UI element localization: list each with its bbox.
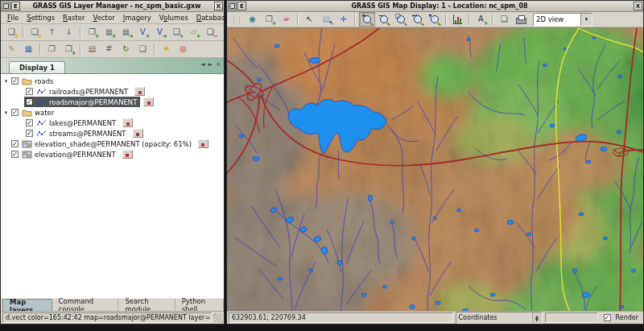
zoom-selection-icon[interactable]: □: [393, 12, 409, 27]
tree-row-content[interactable]: ✓streams@PERMANENT: [24, 128, 130, 139]
tab-python-shell[interactable]: Python shell: [175, 299, 224, 311]
map-canvas[interactable]: [227, 28, 643, 311]
map-display-titlebar[interactable]: E GRASS GIS Map Display: 1 - Location: n…: [227, 1, 643, 12]
layer-checkbox[interactable]: ✓: [26, 130, 33, 137]
render-checkbox[interactable]: ✓: [604, 314, 611, 321]
tree-row-content[interactable]: ✓lakes@PERMANENT: [24, 118, 119, 128]
add-group-icon[interactable]: ▱+: [186, 25, 202, 39]
tab-close-icon[interactable]: ×: [216, 61, 221, 68]
pointer-icon[interactable]: ↖: [302, 12, 318, 27]
menu-volumes[interactable]: Volumes: [155, 13, 192, 23]
add-command-layer-icon[interactable]: ❏+: [169, 25, 185, 39]
display-map-icon[interactable]: ◉: [245, 12, 261, 27]
layer-manager-titlebar[interactable]: E GRASS GIS Layer Manager - nc_spm_basic…: [1, 1, 224, 12]
layer-options-button[interactable]: [122, 118, 133, 127]
edit-vector-icon[interactable]: ✎: [4, 42, 20, 56]
tree-row-content[interactable]: ✓elevation@PERMANENT: [10, 149, 119, 159]
zoom-out-icon[interactable]: −: [376, 12, 392, 27]
attribute-table-icon[interactable]: ▦: [21, 42, 37, 56]
wm-menu-icon[interactable]: [228, 2, 237, 10]
render-toggle[interactable]: ✓ Render: [601, 314, 642, 321]
layer-checkbox[interactable]: ✓: [11, 77, 19, 85]
georectify-icon[interactable]: #: [101, 42, 118, 56]
spinner-icon[interactable]: ▲▼: [532, 312, 542, 323]
statusbar-mode-select[interactable]: Coordinates ▲▼: [456, 312, 543, 324]
add-map-elements-icon[interactable]: A+: [473, 12, 489, 27]
add-vector-misc-layer-icon[interactable]: V➜: [152, 25, 168, 39]
help-icon[interactable]: ◎: [175, 42, 192, 56]
add-raster-misc-layer-icon[interactable]: ▦➜: [118, 25, 134, 39]
load-workspace-icon[interactable]: ↑: [44, 25, 60, 39]
tab-scroll-left-icon[interactable]: ◄: [200, 61, 204, 68]
expander-icon[interactable]: ▾: [2, 110, 10, 116]
close-icon[interactable]: X: [214, 2, 223, 10]
menu-vector[interactable]: Vector: [89, 13, 119, 23]
save-display-icon[interactable]: ❏: [497, 12, 513, 27]
settings-gear-icon[interactable]: ✳: [159, 42, 175, 56]
zoom-back-icon[interactable]: ↩: [410, 12, 426, 27]
tree-layer-row[interactable]: ✓roadsmajor@PERMANENT: [1, 97, 224, 107]
tree-layer-row[interactable]: ✓lakes@PERMANENT: [1, 118, 224, 128]
tab-map-layers[interactable]: Map layers: [2, 299, 52, 311]
tree-row-content[interactable]: ✓roadsmajor@PERMANENT: [24, 97, 140, 107]
toolbar-separator: [80, 43, 81, 55]
import-raster-icon[interactable]: ❐: [44, 42, 60, 56]
layer-checkbox[interactable]: ✓: [11, 109, 19, 116]
dropdown-arrow-icon[interactable]: ▾: [580, 14, 592, 26]
tree-group-row[interactable]: ▾✓roads: [1, 76, 224, 86]
import-vector-icon[interactable]: ❐+: [61, 42, 77, 56]
tab-command-console[interactable]: Command console: [52, 299, 119, 311]
zoom-in-icon[interactable]: +: [359, 12, 375, 27]
layer-checkbox[interactable]: ✓: [11, 140, 19, 147]
close-icon[interactable]: X: [634, 2, 642, 10]
tree-row-content[interactable]: ✓elevation_shade@PERMANENT (opacity: 61%…: [10, 139, 195, 149]
open-workspace-icon[interactable]: ❏★: [27, 25, 43, 39]
layer-options-button[interactable]: [133, 129, 143, 138]
pan-icon[interactable]: ✛: [336, 12, 352, 27]
remove-layer-icon[interactable]: ❏−: [203, 25, 219, 39]
tree-layer-row[interactable]: ✓streams@PERMANENT: [1, 128, 224, 139]
layer-options-button[interactable]: [122, 150, 133, 159]
layer-checkbox[interactable]: ✓: [26, 119, 33, 126]
tree-layer-row[interactable]: ✓elevation_shade@PERMANENT (opacity: 61%…: [1, 139, 224, 149]
tree-row-content[interactable]: ✓water: [10, 107, 57, 118]
graphical-modeler-icon[interactable]: ↻: [118, 42, 134, 56]
cartographic-composer-icon[interactable]: ❏: [135, 42, 151, 56]
tree-row-content[interactable]: ✓roads: [10, 76, 57, 86]
add-vector-layer-icon[interactable]: V+: [135, 25, 151, 39]
tree-group-row[interactable]: ▾✓water: [1, 107, 224, 118]
print-display-icon[interactable]: [514, 12, 530, 27]
menu-imagery[interactable]: Imagery: [119, 13, 155, 23]
raster-calculator-icon[interactable]: ▤: [85, 42, 101, 56]
resize-grip[interactable]: [213, 313, 222, 322]
layer-options-button[interactable]: [134, 87, 145, 96]
tree-row-content[interactable]: ✓railroads@PERMANENT: [24, 86, 131, 97]
add-raster-layer-icon[interactable]: ▦+: [101, 25, 118, 39]
add-multiple-layers-icon[interactable]: ❐+: [85, 25, 101, 39]
layer-checkbox[interactable]: ✓: [26, 98, 33, 106]
tree-layer-row[interactable]: ✓elevation@PERMANENT: [1, 149, 224, 159]
tab-display-1[interactable]: Display 1: [9, 61, 65, 73]
wm-menu-icon[interactable]: [2, 2, 10, 10]
layer-options-button[interactable]: [198, 139, 208, 148]
menu-file[interactable]: File: [3, 13, 23, 23]
layer-checkbox[interactable]: ✓: [26, 88, 33, 95]
tab-scroll-right-icon[interactable]: ►: [208, 61, 213, 68]
menu-settings[interactable]: Settings: [23, 13, 59, 23]
erase-display-icon[interactable]: ▰: [279, 12, 295, 27]
menu-raster[interactable]: Raster: [59, 13, 89, 23]
expander-icon[interactable]: ▾: [2, 78, 10, 85]
query-icon[interactable]: ▤↖: [319, 12, 335, 27]
toolbar-grip-icon[interactable]: ⋮⋮: [230, 15, 242, 23]
tree-layer-row[interactable]: ✓railroads@PERMANENT: [1, 86, 224, 97]
layer-checkbox[interactable]: ✓: [11, 151, 19, 158]
layer-options-button[interactable]: [143, 97, 154, 106]
tab-search-module[interactable]: Search module: [118, 299, 175, 311]
analyze-icon[interactable]: [450, 12, 466, 27]
new-workspace-icon[interactable]: ❏★: [4, 25, 20, 39]
zoom-options-icon[interactable]: ▾: [427, 12, 443, 27]
render-map-icon[interactable]: ❐+: [262, 12, 278, 27]
icon-glyph: ▦: [25, 45, 32, 53]
view-mode-dropdown[interactable]: 2D view▾: [533, 13, 592, 27]
save-workspace-icon[interactable]: ↓: [61, 25, 77, 39]
